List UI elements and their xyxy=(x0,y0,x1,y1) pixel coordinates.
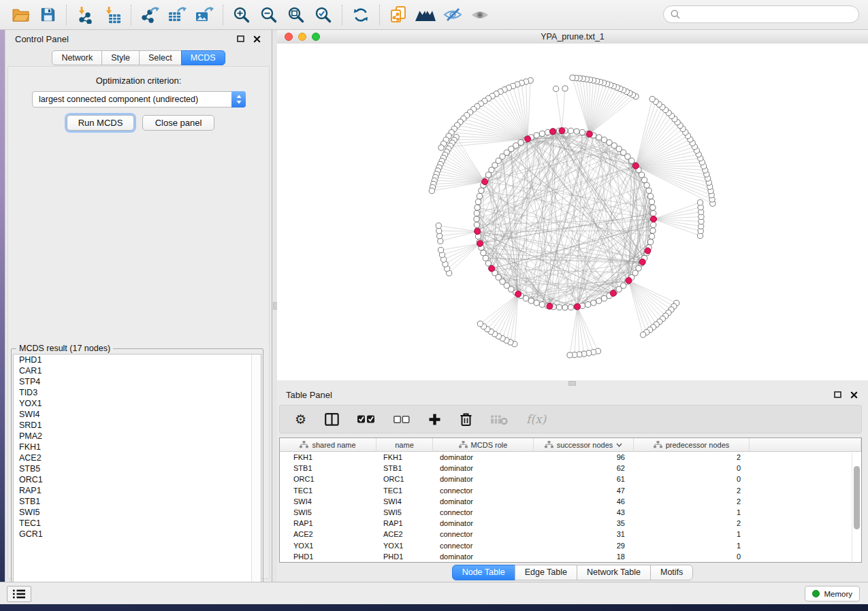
table-cell-name[interactable]: SWI4 xyxy=(376,497,433,506)
tab-mcds[interactable]: MCDS xyxy=(181,50,225,65)
export-table-button[interactable] xyxy=(163,2,191,28)
table-cell-name[interactable]: FKH1 xyxy=(376,453,433,461)
mcds-result-item[interactable]: SWI4 xyxy=(14,409,261,420)
table-cell-mcds_role[interactable]: connector xyxy=(433,542,534,550)
mcds-result-item[interactable]: GCR1 xyxy=(14,529,261,540)
tab-node-table[interactable]: Node Table xyxy=(452,565,515,580)
table-cell-predecessor_nodes[interactable]: 1 xyxy=(634,530,750,538)
mcds-result-item[interactable]: TID3 xyxy=(14,387,261,398)
table-row[interactable]: FKH1FKH1dominator962 xyxy=(280,452,861,463)
table-row[interactable]: STB1STB1dominator620 xyxy=(280,463,861,474)
deselect-all-icon[interactable] xyxy=(393,415,410,424)
vertical-splitter[interactable] xyxy=(272,30,277,582)
close-panel-icon[interactable] xyxy=(251,33,262,44)
table-row[interactable]: SWI4SWI4dominator462 xyxy=(280,496,861,507)
table-row[interactable]: SWI5SWI5connector431 xyxy=(280,507,861,518)
mcds-result-list[interactable]: PHD1CAR1STP4TID3YOX1SWI4SRD1PMA2FKH1ACE2… xyxy=(13,354,261,598)
table-cell-shared_name[interactable]: ACE2 xyxy=(280,530,376,538)
mcds-result-item[interactable]: STB1 xyxy=(14,496,261,507)
column-header-predecessor-nodes[interactable]: predecessor nodes xyxy=(634,438,750,452)
table-row[interactable]: ACE2ACE2connector311 xyxy=(280,529,861,540)
table-cell-shared_name[interactable]: ORC1 xyxy=(280,475,376,483)
first-neighbors-button[interactable] xyxy=(412,2,439,28)
table-cell-name[interactable]: ACE2 xyxy=(376,530,433,538)
export-network-button[interactable] xyxy=(136,2,163,28)
table-row[interactable]: ORC1ORC1dominator610 xyxy=(280,474,861,484)
network-frame-titlebar[interactable]: YPA_prune.txt_1 xyxy=(277,30,868,44)
run-mcds-button[interactable]: Run MCDS xyxy=(67,115,134,131)
table-cell-predecessor_nodes[interactable]: 0 xyxy=(634,475,750,483)
select-all-icon[interactable] xyxy=(357,414,375,424)
table-cell-predecessor_nodes[interactable]: 2 xyxy=(634,453,750,461)
search-box[interactable] xyxy=(663,5,859,23)
tab-network-table[interactable]: Network Table xyxy=(577,565,651,580)
table-cell-name[interactable]: YOX1 xyxy=(376,542,433,550)
horizontal-splitter[interactable] xyxy=(277,380,868,386)
mcds-result-item[interactable]: RAP1 xyxy=(14,485,261,496)
column-header-name[interactable]: name xyxy=(376,438,433,452)
table-cell-shared_name[interactable]: PHD1 xyxy=(280,552,376,561)
mcds-result-item[interactable]: ACE2 xyxy=(14,452,261,463)
tab-select[interactable]: Select xyxy=(139,50,182,65)
mcds-result-item[interactable]: CAR1 xyxy=(14,365,261,376)
delete-column-icon[interactable] xyxy=(460,412,472,427)
table-cell-name[interactable]: ORC1 xyxy=(376,475,433,483)
table-cell-predecessor_nodes[interactable]: 1 xyxy=(634,508,750,516)
save-session-button[interactable] xyxy=(34,2,61,28)
table-cell-predecessor_nodes[interactable]: 0 xyxy=(634,464,750,472)
tab-motifs[interactable]: Motifs xyxy=(650,565,693,580)
table-cell-successor_nodes[interactable]: 43 xyxy=(534,508,634,516)
splitter-grip[interactable] xyxy=(568,381,576,386)
zoom-selected-button[interactable] xyxy=(310,2,337,28)
table-cell-predecessor_nodes[interactable]: 0 xyxy=(634,552,750,561)
table-cell-mcds_role[interactable]: dominator xyxy=(433,519,534,527)
table-scrollbar[interactable] xyxy=(852,452,861,561)
table-cell-shared_name[interactable]: SWI4 xyxy=(280,497,376,506)
show-columns-icon[interactable] xyxy=(325,413,339,426)
table-cell-name[interactable]: STB1 xyxy=(376,464,433,472)
table-cell-name[interactable]: RAP1 xyxy=(376,519,433,527)
table-cell-successor_nodes[interactable]: 62 xyxy=(534,464,634,472)
import-network-button[interactable] xyxy=(71,2,99,28)
tab-style[interactable]: Style xyxy=(101,50,140,65)
scrollbar-thumb[interactable] xyxy=(854,466,860,529)
mcds-list-scrollbar[interactable] xyxy=(251,354,261,597)
mcds-result-item[interactable]: FKH1 xyxy=(14,442,261,452)
table-cell-shared_name[interactable]: STB1 xyxy=(280,464,376,472)
import-table-button[interactable] xyxy=(99,2,126,28)
table-row[interactable]: PHD1PHD1dominator180 xyxy=(280,551,861,562)
show-all-button[interactable] xyxy=(466,2,494,28)
table-cell-successor_nodes[interactable]: 35 xyxy=(534,519,634,527)
table-cell-predecessor_nodes[interactable]: 2 xyxy=(634,497,750,506)
network-graph[interactable] xyxy=(277,44,868,380)
task-history-button[interactable] xyxy=(7,586,31,602)
table-options-gear-icon[interactable]: ⚙ xyxy=(295,413,306,426)
table-cell-successor_nodes[interactable]: 46 xyxy=(534,497,634,506)
table-cell-predecessor_nodes[interactable]: 1 xyxy=(634,542,750,550)
table-cell-predecessor_nodes[interactable]: 2 xyxy=(634,486,750,495)
table-cell-name[interactable]: PHD1 xyxy=(376,552,433,561)
table-cell-shared_name[interactable]: SWI5 xyxy=(280,508,376,516)
table-cell-shared_name[interactable]: FKH1 xyxy=(280,453,376,461)
table-cell-predecessor_nodes[interactable]: 2 xyxy=(634,519,750,527)
table-cell-mcds_role[interactable]: connector xyxy=(433,486,534,495)
column-header-successor-nodes[interactable]: successor nodes xyxy=(534,438,634,452)
float-panel-icon[interactable] xyxy=(235,33,246,44)
mcds-result-item[interactable]: STB5 xyxy=(14,463,261,474)
mcds-result-item[interactable]: ORC1 xyxy=(14,474,261,485)
table-row[interactable]: TEC1TEC1connector472 xyxy=(280,485,861,496)
hide-selected-button[interactable] xyxy=(439,2,466,28)
zoom-fit-button[interactable] xyxy=(283,2,310,28)
table-cell-successor_nodes[interactable]: 31 xyxy=(534,530,634,538)
tab-edge-table[interactable]: Edge Table xyxy=(515,565,577,580)
mcds-result-item[interactable]: STP4 xyxy=(14,376,261,387)
add-column-icon[interactable] xyxy=(428,413,441,426)
open-file-button[interactable] xyxy=(7,2,34,28)
table-cell-mcds_role[interactable]: connector xyxy=(433,530,534,538)
mcds-result-item[interactable]: PHD1 xyxy=(14,354,261,365)
table-row[interactable]: RAP1RAP1dominator352 xyxy=(280,518,861,529)
table-row[interactable]: YOX1YOX1connector291 xyxy=(280,540,861,551)
table-cell-name[interactable]: SWI5 xyxy=(376,508,433,516)
table-cell-mcds_role[interactable]: dominator xyxy=(433,453,534,461)
search-input[interactable] xyxy=(684,9,852,20)
